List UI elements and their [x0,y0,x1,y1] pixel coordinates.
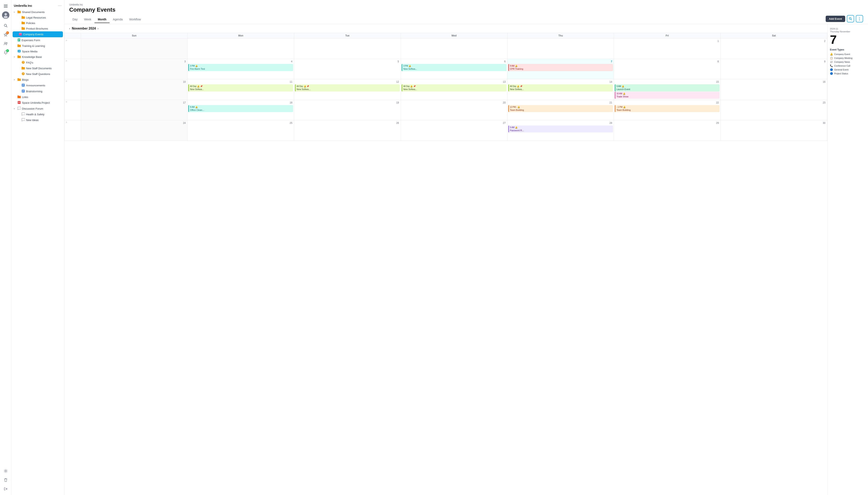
calendar-cell-w1-d5[interactable]: 8 [614,59,721,79]
calendar-cell-w2-d6[interactable]: 16 [721,79,827,100]
calendar-cell-w2-d0[interactable]: 10 [81,79,188,100]
trash-icon-button[interactable] [2,476,10,483]
week-expand-0[interactable]: > [65,39,68,42]
tab-week[interactable]: Week [81,16,95,23]
calendar-cell-w0-d4[interactable] [507,38,614,59]
notifications-icon-button[interactable]: 0 [2,49,10,56]
search-calendar-button[interactable] [847,15,854,22]
sidebar-item-new-staff-docs[interactable]: New Staff Documents [12,66,64,71]
more-options-button[interactable]: ⋮ [856,15,863,22]
calendar-cell-w4-d3[interactable]: 27 [401,120,507,140]
sidebar-item-label: Links [22,96,62,99]
hamburger-menu-button[interactable] [2,2,10,10]
event-pill[interactable]: 12 PM - 🔔Team Building [508,105,613,112]
event-pill[interactable]: All Day 🔔 📌New Softwa... [508,84,613,91]
prev-month-button[interactable]: ‹ [69,27,70,30]
calendar-cell-w1-d3[interactable]: 63 PM 🔔New Softwa... [401,59,507,79]
calendar-cell-w4-d4[interactable]: 285 AM 🔔Password R... [507,120,614,140]
calendar-cell-w2-d3[interactable]: 13All Day 🔔 📌New Softwa... [401,79,507,100]
sidebar-item-announcements[interactable]: Announcements [12,83,64,88]
event-pill[interactable]: 10 AM 🔔Trade Show [615,92,720,99]
add-event-button[interactable]: Add Event [826,16,845,22]
calendar-cell-w1-d2[interactable]: 5 [294,59,401,79]
calendar-cell-w4-d2[interactable]: 26 [294,120,401,140]
calendar-grid: SunMonTueWedThuFriSat >12>343 PM 🔔Fire A… [64,33,827,141]
sidebar-item-new-ideas[interactable]: New Ideas [12,117,64,123]
event-pill[interactable]: All Day 🔔 📌New Softwa... [188,84,293,91]
calendar-cell-w2-d1[interactable]: 11All Day 🔔 📌New Softwa... [188,79,294,100]
calendar-cell-w2-d5[interactable]: 159 AM 🔔Launch Event10 AM 🔔Trade Show [614,79,721,100]
sidebar-item-legal[interactable]: Legal Resources [12,15,64,20]
sidebar-item-faqs[interactable]: ? FAQ's [12,60,64,66]
event-pill[interactable]: - 1 PM 🔔Team Building [615,105,720,112]
tab-day[interactable]: Day [69,16,81,23]
calendar-cell-w4-d6[interactable]: 30 [721,120,827,140]
tab-agenda[interactable]: Agenda [109,16,126,23]
calendar-cell-w0-d0[interactable] [81,38,188,59]
user-avatar[interactable] [2,12,10,19]
sidebar-item-space-umbrella-project[interactable]: Space Umbrella Project [12,100,64,106]
event-type-label: Company News [834,61,850,63]
sidebar-item-brainstorming[interactable]: Brainstorming [12,88,64,94]
event-pill[interactable]: 9 AM 🔔CPR Training [508,64,613,71]
week-expand-4[interactable]: > [65,121,68,124]
sidebar-item-new-staff-questions[interactable]: ? New Staff Questions [12,71,64,77]
people-icon-button[interactable] [2,40,10,47]
calendar-cell-w1-d4[interactable]: 79 AM 🔔CPR Training [507,59,614,79]
next-month-button[interactable]: › [98,27,99,30]
event-pill[interactable]: 3 PM 🔔New Softwa... [402,64,507,71]
week-expand-3[interactable]: > [65,100,68,103]
calendar-cell-w0-d3[interactable] [401,38,507,59]
calendar-cell-w3-d5[interactable]: 22- 1 PM 🔔Team Building [614,100,721,120]
tab-workflow[interactable]: Workflow [126,16,144,23]
event-pill[interactable]: 5 AM 🔔Password R... [508,125,613,133]
calendar-cell-w4-d5[interactable]: 29 [614,120,721,140]
svg-point-4 [4,13,7,16]
sidebar-more-button[interactable]: ⋯ [58,3,62,8]
calendar-cell-w1-d6[interactable]: 9 [721,59,827,79]
sidebar-item-expenses[interactable]: Expenses Form [12,37,64,43]
calendar-cell-w4-d1[interactable]: 25 [188,120,294,140]
calendar-cell-w2-d2[interactable]: 12All Day 🔔 📌New Softwa... [294,79,401,100]
week-expand-2[interactable]: > [65,80,68,83]
calendar-cell-w3-d4[interactable]: 2112 PM - 🔔Team Building [507,100,614,120]
sidebar-item-policies[interactable]: Policies [12,20,64,26]
calendar-cell-w2-d4[interactable]: 14All Day 🔔 📌New Softwa... [507,79,614,100]
event-pill[interactable]: 9 AM 🔔Launch Event [615,84,720,91]
announce-icon [22,84,25,87]
tab-month[interactable]: Month [94,16,109,23]
sidebar-item-blogs[interactable]: ▾ Blogs [12,77,64,83]
calendar-cell-w1-d0[interactable]: 3 [81,59,188,79]
calendar-cell-w3-d6[interactable]: 23 [721,100,827,120]
mini-day-label: Thursday November [830,30,866,33]
sidebar-item-health-safety[interactable]: Health & Safety [12,112,64,117]
calendar-cell-w0-d6[interactable]: 2 [721,38,827,59]
calendar-cell-w3-d0[interactable]: 17 [81,100,188,120]
favorites-icon-button[interactable]: 0 [2,31,10,38]
calendar-cell-w0-d1[interactable] [188,38,294,59]
calendar-cell-w4-d0[interactable]: 24 [81,120,188,140]
sidebar-item-shared-docs[interactable]: ▾ Shared Documents [12,10,64,15]
settings-icon-button[interactable] [2,467,10,475]
sidebar-item-knowledge-base[interactable]: ▾ Knowledge Base [12,54,64,60]
sidebar-item-product-brochures[interactable]: Product Brochures [12,26,64,31]
event-pill[interactable]: 9 AM 🔔Office Clean... [188,105,293,112]
event-pill[interactable]: All Day 🔔 📌New Softwa... [402,84,507,91]
calendar-cell-w0-d2[interactable] [294,38,401,59]
calendar-cell-w1-d1[interactable]: 43 PM 🔔Fire Alarm Test [188,59,294,79]
sidebar-item-discussion-forum[interactable]: ▾ Discussion Forum [12,106,64,112]
calendar-cell-w0-d5[interactable]: 1 [614,38,721,59]
sidebar-item-training[interactable]: Training & Learning [12,43,64,49]
logout-icon-button[interactable] [2,485,10,493]
search-icon-button[interactable] [2,22,10,29]
calendar-header-tue: Tue [294,33,401,38]
calendar-cell-w3-d2[interactable]: 19 [294,100,401,120]
event-pill[interactable]: All Day 🔔 📌New Softwa... [295,84,400,91]
sidebar-item-company-events[interactable]: Company Events [13,31,63,37]
event-pill[interactable]: 3 PM 🔔Fire Alarm Test [188,64,293,71]
calendar-cell-w3-d1[interactable]: 189 AM 🔔Office Clean... [188,100,294,120]
calendar-cell-w3-d3[interactable]: 20 [401,100,507,120]
sidebar-item-links[interactable]: Links [12,94,64,100]
sidebar-item-space-media[interactable]: Space Media [12,49,64,54]
week-expand-1[interactable]: > [65,59,68,62]
